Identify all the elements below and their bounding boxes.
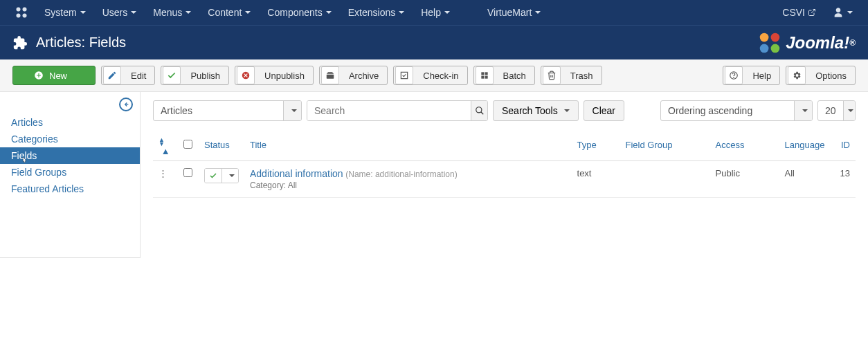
row-checkbox[interactable] <box>183 168 192 177</box>
arrow-left-icon <box>123 101 129 108</box>
col-ordering[interactable]: ▲▼ ▲ <box>153 129 178 161</box>
col-access[interactable]: Access <box>710 129 779 161</box>
col-type[interactable]: Type <box>572 129 620 161</box>
sidebar-item-categories[interactable]: Categories <box>0 131 140 147</box>
checkbox-icon <box>399 71 409 80</box>
row-field-group <box>620 161 710 198</box>
drag-handle-icon[interactable]: ⋮ <box>159 168 168 178</box>
search-group <box>307 100 488 121</box>
fields-table: ▲▼ ▲ Status Title Type Field Group Acces… <box>153 129 856 198</box>
limit-select[interactable]: 20 <box>817 100 856 121</box>
ordering-select[interactable]: Ordering ascending <box>660 100 813 121</box>
nav-components[interactable]: Components <box>259 0 339 25</box>
chevron-down-icon <box>229 174 235 177</box>
svg-rect-15 <box>485 72 487 75</box>
svg-point-6 <box>771 33 780 42</box>
archive-icon <box>325 71 335 80</box>
help-button[interactable]: Help <box>723 66 780 85</box>
gear-icon <box>792 71 802 80</box>
filter-bar: Articles Search Tools Clear Ordering asc… <box>153 100 856 121</box>
svg-rect-17 <box>485 76 487 79</box>
col-status[interactable]: Status <box>199 129 244 161</box>
nav-users[interactable]: Users <box>94 0 145 25</box>
sidebar: Articles Categories Fields Field Groups … <box>0 92 141 258</box>
joomla-logo: Joomla!® <box>757 30 856 56</box>
svg-line-4 <box>811 10 815 14</box>
check-icon <box>167 71 177 80</box>
nav-system[interactable]: System <box>36 0 94 25</box>
puzzle-icon <box>12 35 28 50</box>
row-access: Public <box>710 161 779 198</box>
search-tools-button[interactable]: Search Tools <box>493 100 579 121</box>
svg-point-21 <box>476 107 481 113</box>
question-icon <box>729 71 739 80</box>
options-button[interactable]: Options <box>786 66 856 85</box>
trash-button[interactable]: Trash <box>541 66 602 85</box>
nav-menus[interactable]: Menus <box>145 0 199 25</box>
sidebar-item-featured-articles[interactable]: Featured Articles <box>0 181 140 197</box>
unpublish-button[interactable]: Unpublish <box>235 66 314 85</box>
publish-button[interactable]: Publish <box>161 66 229 85</box>
row-title-link[interactable]: Additional information <box>250 168 343 179</box>
search-icon <box>475 106 485 116</box>
nav-csvi[interactable]: CSVI <box>774 0 824 25</box>
col-field-group[interactable]: Field Group <box>620 129 710 161</box>
svg-rect-14 <box>481 72 484 75</box>
archive-button[interactable]: Archive <box>319 66 388 85</box>
check-all[interactable] <box>183 140 192 149</box>
row-type: text <box>572 161 620 198</box>
col-language[interactable]: Language <box>779 129 835 161</box>
col-id[interactable]: ID <box>835 129 856 161</box>
external-link-icon <box>808 8 816 17</box>
cursor-icon <box>19 156 30 167</box>
nav-content[interactable]: Content <box>199 0 259 25</box>
edit-button[interactable]: Edit <box>101 66 155 85</box>
sidebar-item-fields[interactable]: Fields <box>0 147 140 164</box>
row-alias: (Name: additional-information) <box>345 169 457 179</box>
row-id: 13 <box>835 161 856 198</box>
sidebar-item-articles[interactable]: Articles <box>0 114 140 131</box>
row-language: All <box>779 161 835 198</box>
nav-virtuemart[interactable]: VirtueMart <box>479 0 549 25</box>
grid-icon <box>480 71 489 80</box>
new-button[interactable]: New <box>12 66 96 85</box>
search-input[interactable] <box>307 101 471 120</box>
svg-point-0 <box>17 8 21 12</box>
clear-button[interactable]: Clear <box>584 100 624 121</box>
check-icon <box>209 172 217 180</box>
sidebar-collapse-button[interactable] <box>119 98 133 111</box>
cancel-icon <box>241 71 251 80</box>
checkin-button[interactable]: Check-in <box>393 66 467 85</box>
svg-rect-13 <box>401 72 408 78</box>
content-area: Articles Search Tools Clear Ordering asc… <box>141 92 868 258</box>
chevron-down-icon <box>794 101 812 120</box>
svg-point-5 <box>760 33 769 42</box>
chevron-down-icon <box>283 101 301 120</box>
page-title: Articles: Fields <box>36 35 126 50</box>
svg-point-8 <box>771 44 780 53</box>
svg-point-1 <box>23 8 27 12</box>
trash-icon <box>547 71 557 80</box>
svg-point-7 <box>760 44 769 53</box>
context-select[interactable]: Articles <box>153 100 302 121</box>
joomla-menu-icon[interactable] <box>7 0 36 25</box>
svg-point-3 <box>23 14 27 18</box>
pencil-icon <box>107 71 117 80</box>
batch-button[interactable]: Batch <box>473 66 535 85</box>
user-icon <box>833 7 844 18</box>
svg-point-19 <box>734 77 734 78</box>
row-category: Category: All <box>250 181 566 190</box>
main: Articles Categories Fields Field Groups … <box>0 92 868 258</box>
top-navbar: System Users Menus Content Components Ex… <box>0 0 868 25</box>
plus-icon <box>34 71 44 80</box>
nav-user-menu[interactable] <box>824 0 861 25</box>
page-header: Articles: Fields Joomla!® <box>0 25 868 59</box>
table-row: ⋮ Additional information (Name: addition… <box>153 161 856 198</box>
status-toggle[interactable] <box>204 168 239 183</box>
nav-extensions[interactable]: Extensions <box>340 0 413 25</box>
nav-help[interactable]: Help <box>413 0 458 25</box>
svg-rect-16 <box>481 76 484 79</box>
col-title[interactable]: Title <box>244 129 572 161</box>
search-button[interactable] <box>471 101 487 120</box>
svg-rect-12 <box>327 75 334 79</box>
